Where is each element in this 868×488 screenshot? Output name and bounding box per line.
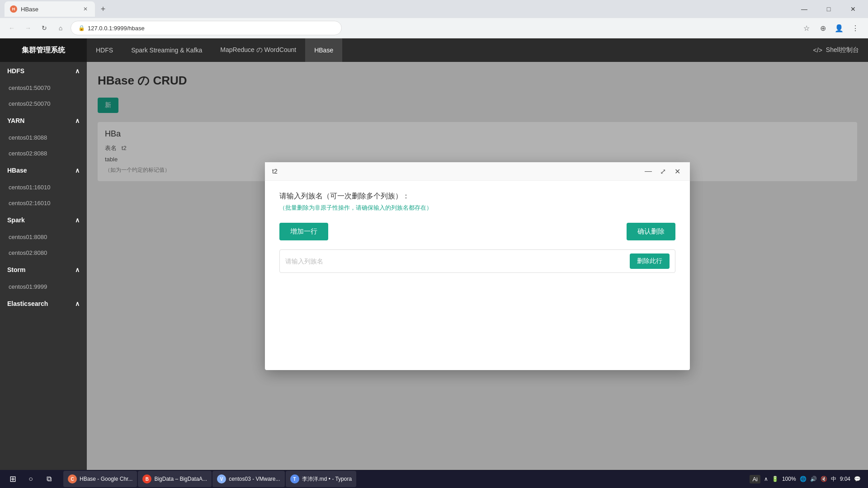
new-tab-button[interactable]: +	[97, 3, 109, 15]
sidebar-item-centos02-8080[interactable]: centos02:8080	[0, 245, 87, 261]
modal-maximize-button[interactable]: ⤢	[657, 166, 668, 177]
modal-controls: — ⤢ ✕	[643, 166, 683, 177]
code-icon: </>	[813, 47, 822, 54]
modal-desc-sub: （批量删除为非原子性操作，请确保输入的列族名都存在）	[279, 204, 675, 212]
modal-body: 请输入列族名（可一次删除多个列族）： （批量删除为非原子性操作，请确保输入的列族…	[265, 181, 690, 370]
modal-minimize-button[interactable]: —	[643, 166, 654, 177]
notification-button[interactable]: 💬	[854, 476, 861, 482]
app-nav: HDFS Spark Streaming & Kafka MapReduce の…	[87, 38, 342, 62]
sidebar-item-centos02-16010[interactable]: centos02:16010	[0, 195, 87, 211]
sidebar-group-spark[interactable]: Spark ∧	[0, 211, 87, 229]
typora-label: 李沛洋.md • - Typora	[302, 475, 352, 483]
address-input[interactable]: 🔒 127.0.0.1:9999/hbase	[71, 21, 342, 35]
close-button[interactable]: ✕	[843, 0, 863, 18]
active-tab[interactable]: H HBase ✕	[5, 1, 95, 17]
taskbar-running-apps: C HBase - Google Chr... B BigData – BigD…	[63, 471, 356, 487]
nav-hdfs[interactable]: HDFS	[87, 38, 122, 62]
main-layout: HDFS ∧ centos01:50070 centos02:50070 YAR…	[0, 62, 868, 470]
column-family-input[interactable]	[285, 258, 624, 265]
bigdata-icon: B	[142, 474, 151, 483]
back-button[interactable]: ←	[5, 22, 18, 34]
battery-icon: 🔋	[772, 476, 778, 482]
sidebar-group-storm[interactable]: Storm ∧	[0, 261, 87, 279]
taskbar: ⊞ ○ ⧉ C HBase - Google Chr... B BigData …	[0, 470, 868, 488]
chrome-icon: C	[68, 474, 77, 483]
toolbar-icons: ☆ ⊕ 👤 ⋮	[799, 21, 863, 35]
vmware-icon: V	[217, 474, 226, 483]
spark-chevron: ∧	[75, 216, 80, 224]
column-family-row: 删除此行	[279, 249, 675, 273]
modal-overlay: t2 — ⤢ ✕ 请输入列族名（可一次删除多个列族）： （批量删除为非原子性操作…	[87, 62, 868, 470]
tab-close-button[interactable]: ✕	[81, 5, 90, 13]
sidebar-item-centos01-50070[interactable]: centos01:50070	[0, 80, 87, 96]
modal-title: t2	[272, 168, 278, 175]
hdfs-chevron: ∧	[75, 67, 80, 75]
taskbar-app-chrome[interactable]: C HBase - Google Chr...	[63, 471, 137, 487]
storm-chevron: ∧	[75, 266, 80, 273]
app-logo: 集群管理系统	[0, 38, 87, 62]
forward-button[interactable]: →	[22, 22, 34, 34]
yarn-chevron: ∧	[75, 117, 80, 124]
sidebar-item-centos01-8080[interactable]: centos01:8080	[0, 229, 87, 245]
hbase-chevron: ∧	[75, 167, 80, 174]
volume-icon[interactable]: 🔊	[810, 476, 817, 482]
search-button[interactable]: ○	[24, 472, 38, 486]
sidebar-item-centos01-8088[interactable]: centos01:8088	[0, 130, 87, 145]
sidebar-group-hbase[interactable]: HBase ∧	[0, 161, 87, 179]
modal: t2 — ⤢ ✕ 请输入列族名（可一次删除多个列族）： （批量删除为非原子性操作…	[265, 162, 690, 370]
network-icon: 🌐	[800, 476, 807, 482]
shell-label[interactable]: Shell控制台	[826, 46, 859, 54]
nav-hbase[interactable]: HBase	[305, 38, 342, 62]
taskbar-app-vmware[interactable]: V centos03 - VMware...	[212, 471, 284, 487]
ai-label[interactable]: Ai	[750, 475, 760, 483]
start-button[interactable]: ⊞	[4, 472, 22, 486]
nav-mapreduce[interactable]: MapReduce の WordCount	[211, 38, 305, 62]
extensions-button[interactable]: ⊕	[816, 21, 830, 35]
tab-favicon: H	[10, 5, 17, 13]
taskbar-app-typora[interactable]: T 李沛洋.md • - Typora	[286, 471, 357, 487]
system-tray: Ai ∧ 🔋 100% 🌐 🔊 🔇 中 9:04 💬	[750, 475, 864, 483]
taskbar-app-bigdata[interactable]: B BigData – BigDataA...	[138, 471, 212, 487]
vmware-label: centos03 - VMware...	[229, 476, 280, 482]
menu-button[interactable]: ⋮	[848, 21, 863, 35]
task-view-button[interactable]: ⧉	[40, 471, 58, 487]
modal-titlebar: t2 — ⤢ ✕	[265, 162, 690, 181]
reload-button[interactable]: ↻	[38, 22, 51, 34]
clock: 9:04	[840, 476, 850, 482]
modal-actions: 增加一行 确认删除	[279, 223, 675, 240]
address-text: 127.0.0.1:9999/hbase	[88, 25, 145, 32]
app-header: 集群管理系统 HDFS Spark Streaming & Kafka MapR…	[0, 38, 868, 62]
bigdata-label: BigData – BigDataA...	[154, 476, 207, 482]
modal-close-button[interactable]: ✕	[672, 166, 683, 177]
sidebar-group-yarn[interactable]: YARN ∧	[0, 112, 87, 130]
address-bar: ← → ↻ ⌂ 🔒 127.0.0.1:9999/hbase ☆ ⊕ 👤 ⋮	[0, 18, 868, 38]
sidebar-item-centos01-16010[interactable]: centos01:16010	[0, 179, 87, 195]
lock-icon: 🔒	[78, 25, 85, 31]
modal-desc-title: 请输入列族名（可一次删除多个列族）：	[279, 192, 675, 201]
delete-row-button[interactable]: 删除此行	[630, 253, 670, 269]
lang-indicator[interactable]: 中	[831, 475, 836, 483]
es-chevron: ∧	[75, 300, 80, 307]
bookmark-button[interactable]: ☆	[799, 21, 814, 35]
typora-icon: T	[290, 474, 299, 483]
window-controls: — □ ✕	[794, 0, 863, 18]
add-row-button[interactable]: 增加一行	[279, 223, 328, 240]
tab-bar: H HBase ✕ + — □ ✕	[0, 0, 868, 18]
sidebar-item-centos01-9999[interactable]: centos01:9999	[0, 279, 87, 295]
tab-title: HBase	[21, 6, 38, 13]
sidebar-group-hdfs[interactable]: HDFS ∧	[0, 62, 87, 80]
sidebar-item-centos02-50070[interactable]: centos02:50070	[0, 96, 87, 112]
header-right: </> Shell控制台	[813, 46, 868, 54]
chevron-up-icon[interactable]: ∧	[764, 476, 768, 482]
sidebar: HDFS ∧ centos01:50070 centos02:50070 YAR…	[0, 62, 87, 470]
chrome-label: HBase - Google Chr...	[80, 476, 132, 482]
account-button[interactable]: 👤	[832, 21, 846, 35]
nav-spark-streaming[interactable]: Spark Streaming & Kafka	[122, 38, 211, 62]
home-button[interactable]: ⌂	[54, 22, 67, 34]
minimize-button[interactable]: —	[794, 0, 815, 18]
sidebar-item-centos02-8088[interactable]: centos02:8088	[0, 145, 87, 161]
sidebar-group-es[interactable]: Elasticsearch ∧	[0, 295, 87, 313]
mute-icon: 🔇	[821, 476, 827, 482]
maximize-button[interactable]: □	[818, 0, 839, 18]
confirm-delete-button[interactable]: 确认删除	[627, 223, 675, 240]
